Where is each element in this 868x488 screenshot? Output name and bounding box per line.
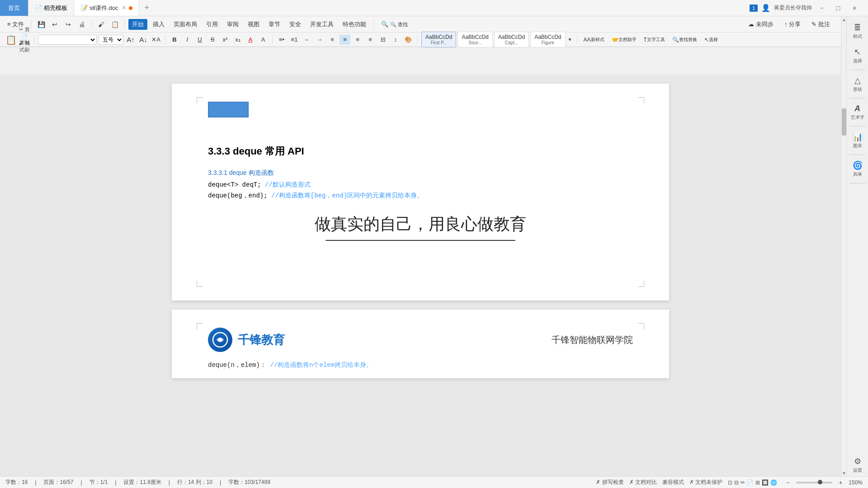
view-icon-1[interactable]: ⊡ — [728, 479, 732, 486]
right-panel-chart[interactable]: 📊 图库 — [848, 129, 868, 152]
minimize-button[interactable]: － — [816, 2, 828, 14]
style-first-p[interactable]: AaBbCcDd First P... — [421, 32, 456, 47]
style-source-label: Sour... — [462, 40, 488, 45]
status-protect[interactable]: ✗ 文档未保护 — [689, 479, 722, 486]
selected-shape[interactable] — [208, 102, 249, 117]
select-button[interactable]: ↖ 选择 — [702, 35, 721, 45]
safety-tab-button[interactable]: 安全 — [286, 19, 305, 30]
subscript-button[interactable]: x₂ — [232, 35, 243, 45]
find-icon: 🔍 — [672, 37, 679, 43]
right-panel-shape[interactable]: △ 形状 — [848, 73, 868, 95]
right-panel-style[interactable]: ≣ 样式 — [848, 20, 868, 42]
vertical-scrollbar[interactable]: ▲ ▼ — [841, 16, 846, 476]
code-comment-2: //构造函数将[beg，end)区间中的元素拷贝给本身。 — [271, 192, 423, 199]
columns-button[interactable]: ⊟ — [377, 35, 388, 45]
search-button[interactable]: 🔍 🔍 查找 — [377, 19, 411, 29]
strikethrough-button[interactable]: S — [207, 35, 218, 45]
add-tab-button[interactable]: + — [139, 0, 155, 16]
insert-tab-button[interactable]: 插入 — [149, 19, 168, 30]
bottom-code-line: deque(n，elem)： //构造函数将n个elem拷贝给本身。 — [208, 361, 633, 369]
line-spacing-button[interactable]: ↕ — [390, 35, 401, 45]
italic-button[interactable]: I — [182, 35, 193, 45]
tab-template[interactable]: 📄 稻壳模板 — [28, 0, 74, 16]
review-tab-button[interactable]: 审阅 — [223, 19, 242, 30]
share-button[interactable]: ↑ 分享 — [781, 19, 804, 30]
view-tab-label: 视图 — [248, 21, 259, 28]
new-style-button[interactable]: AA 新样式 — [581, 35, 607, 45]
text-assistant-button[interactable]: 🤝 文档助手 — [609, 35, 639, 45]
view-icon-3[interactable]: ✏ — [741, 479, 745, 486]
right-panel-select[interactable]: ↖ 选择 — [848, 44, 868, 67]
ref-tab-button[interactable]: 引用 — [203, 19, 222, 30]
view-icon-5[interactable]: ⊞ — [755, 479, 760, 486]
print-button[interactable]: 🖨 — [76, 19, 88, 30]
font-size-select[interactable]: 五号 — [99, 35, 123, 45]
document-area[interactable]: 3.3.3 deque 常用 API 3.3.3.1 deque 构造函数 de… — [0, 75, 841, 476]
bold-button[interactable]: B — [169, 35, 180, 45]
view-icon-4[interactable]: 📄 — [747, 479, 754, 486]
underline-button[interactable]: U — [194, 35, 205, 45]
maximize-button[interactable]: □ — [832, 2, 844, 14]
decrease-font-button[interactable]: A↓ — [138, 35, 149, 45]
zoom-in-button[interactable]: ＋ — [835, 478, 846, 488]
view-icon-6[interactable]: 🔲 — [762, 479, 769, 486]
increase-indent-button[interactable]: → — [314, 35, 325, 45]
zoom-slider-thumb[interactable] — [818, 480, 822, 484]
decrease-indent-button[interactable]: ← — [302, 35, 312, 45]
right-panel-art[interactable]: A 艺术字 — [848, 101, 868, 123]
review2-button[interactable]: ✎ 批注 — [808, 19, 834, 30]
align-left-button[interactable]: ≡ — [327, 35, 338, 45]
style-figure[interactable]: AaBbCcDd Figure — [530, 32, 565, 47]
zoom-out-button[interactable]: － — [783, 478, 793, 488]
wind-panel-label: 风筝 — [853, 171, 862, 178]
right-panel-wind[interactable]: 🌀 风筝 — [848, 158, 868, 180]
align-justify-button[interactable]: ≡ — [365, 35, 376, 45]
status-track[interactable]: ✗ 文档对比 — [629, 479, 657, 486]
style-gallery-more-button[interactable]: ▼ — [567, 34, 573, 46]
shading-button[interactable]: 🎨 — [403, 35, 414, 45]
highlight-button[interactable]: A — [258, 35, 269, 45]
superscript-button[interactable]: x² — [220, 35, 231, 45]
tab-doc[interactable]: 📝 stl课件.doc ✕ — [74, 0, 139, 16]
bullets-button[interactable]: ≡• — [276, 35, 287, 45]
numbering-button[interactable]: ≡1 — [289, 35, 300, 45]
view-tab-button[interactable]: 视图 — [244, 19, 263, 30]
undo-button[interactable]: ↩ — [49, 19, 61, 30]
tab-close-icon[interactable]: ✕ — [122, 5, 126, 11]
paste-button[interactable]: 📋 — [109, 19, 121, 30]
unsync-button[interactable]: ☁ 未同步 — [745, 19, 777, 30]
align-center-button[interactable]: ≡ — [340, 35, 350, 45]
layout-tab-label: 页面布局 — [174, 21, 197, 28]
art-panel-icon: A — [854, 104, 860, 113]
chapter-tab-button[interactable]: 章节 — [265, 19, 284, 30]
scroll-thumb[interactable] — [842, 108, 846, 136]
align-right-button[interactable]: ≡ — [352, 35, 363, 45]
start-tab-button[interactable]: 开始 — [128, 19, 147, 30]
status-spell[interactable]: ✗ 拼写检查 — [596, 479, 623, 486]
format-paint-button[interactable]: 🖌 — [95, 19, 107, 30]
font-family-select[interactable] — [38, 35, 97, 45]
increase-font-button[interactable]: A↑ — [125, 35, 136, 45]
clear-format-button[interactable]: ✕A — [151, 35, 161, 45]
style-source[interactable]: AaBbCcDd Sour... — [458, 32, 492, 47]
view-icon-7[interactable]: 🌐 — [770, 479, 777, 486]
style-caption[interactable]: AaBbCcDd Capt... — [494, 32, 529, 47]
find-replace-button[interactable]: 🔍 查找替换 — [670, 35, 700, 45]
tab-home[interactable]: 首页 — [0, 0, 28, 16]
calligraphy-underline — [326, 240, 515, 241]
view-icon-2[interactable]: ⊟ — [734, 479, 739, 486]
zoom-slider[interactable] — [796, 482, 832, 483]
format-copy-button[interactable]: 🖌 格式刷 — [19, 43, 30, 50]
quick-access-toolbar: ≡ 文件 💾 ↩ ↪ 🖨 🖌 📋 开始 插入 页面布局 引用 审阅 视图 章节 … — [0, 16, 868, 33]
layout-tab-button[interactable]: 页面布局 — [170, 19, 201, 30]
dev-tab-button[interactable]: 开发工具 — [307, 19, 337, 30]
save-button[interactable]: 💾 — [35, 19, 47, 30]
font-color-button[interactable]: A — [245, 35, 256, 45]
text-tool-button[interactable]: T 文字工具 — [641, 35, 668, 45]
close-button[interactable]: × — [848, 2, 861, 14]
status-chars: 字数：16 — [5, 479, 28, 486]
special-tab-button[interactable]: 特色功能 — [339, 19, 370, 30]
right-panel-settings[interactable]: ⚙ 设置 — [848, 454, 868, 476]
paste-btn[interactable]: 📋 — [4, 33, 18, 47]
redo-button[interactable]: ↪ — [62, 19, 74, 30]
